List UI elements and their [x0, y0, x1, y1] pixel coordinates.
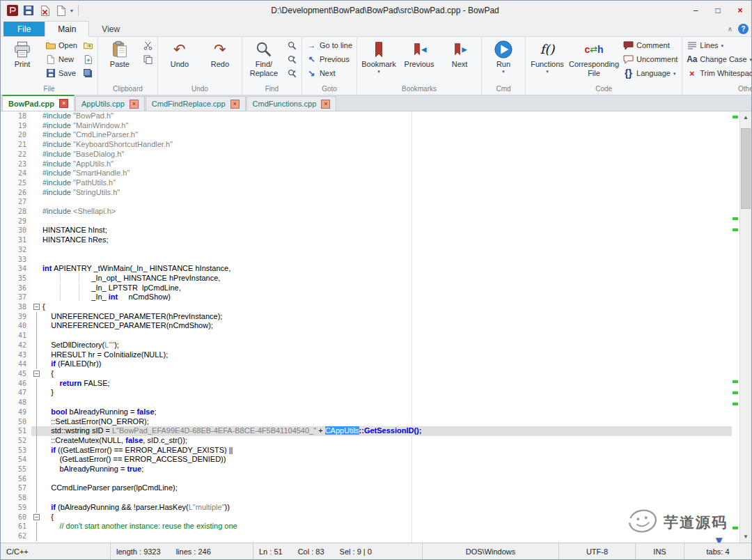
code-text[interactable]: if ((GetLastError() == ERROR_ALREADY_EXI… — [42, 446, 732, 456]
code-text[interactable]: { — [42, 302, 732, 312]
line-number[interactable]: 54 — [1, 455, 31, 465]
code-text[interactable] — [42, 197, 732, 207]
line-number[interactable]: 52 — [1, 436, 31, 446]
file-tab[interactable]: CmdFunctions.cpp× — [246, 96, 337, 111]
code-line[interactable]: 21#include "KeyboardShortcutHandler.h" — [1, 140, 732, 150]
fold-collapse-icon[interactable]: − — [33, 371, 40, 377]
line-number[interactable]: 40 — [1, 321, 31, 331]
code-text[interactable] — [42, 474, 732, 484]
code-line[interactable]: 24#include "SmartHandle.h" — [1, 169, 732, 178]
line-number[interactable]: 58 — [1, 493, 31, 503]
line-number[interactable]: 51 — [1, 426, 31, 436]
fold-collapse-icon[interactable]: − — [33, 514, 40, 520]
file-tab[interactable]: AppUtils.cpp× — [75, 96, 145, 111]
code-line[interactable]: 28#include <Shellapi.h> — [1, 207, 732, 217]
line-number[interactable]: 28 — [1, 207, 31, 217]
open-recent-button[interactable] — [81, 39, 95, 52]
code-line[interactable]: 45− { — [1, 369, 732, 379]
code-line[interactable]: 27 — [1, 197, 732, 207]
code-line[interactable]: 51 std::wstring sID = L"BowPad_EFA99E4D-… — [1, 426, 732, 436]
code-text[interactable]: UNREFERENCED_PARAMETER(hPrevInstance); — [42, 312, 732, 322]
scroll-down-icon[interactable]: ▼ — [740, 531, 751, 543]
line-number[interactable]: 22 — [1, 150, 31, 160]
new-button[interactable]: New — [43, 53, 79, 65]
collapse-ribbon-icon[interactable]: ∧ — [728, 25, 733, 33]
code-text[interactable]: if (FAILED(hr)) — [42, 359, 732, 369]
status-encoding[interactable]: UTF-8 — [559, 543, 636, 559]
code-line[interactable]: 50 ::SetLastError(NO_ERROR); — [1, 417, 732, 427]
code-line[interactable]: 30HINSTANCE hInst; — [1, 226, 732, 235]
line-number[interactable]: 56 — [1, 474, 31, 484]
line-number[interactable]: 36 — [1, 283, 31, 293]
code-line[interactable]: 38−{ — [1, 302, 732, 312]
status-eol-format[interactable]: DOS\Windows — [423, 543, 559, 559]
code-text[interactable] — [42, 398, 732, 407]
code-text[interactable]: CCmdLineParser parser(lpCmdLine); — [42, 483, 732, 493]
line-number[interactable]: 50 — [1, 417, 31, 427]
code-text[interactable]: bool bAlreadyRunning = false; — [42, 407, 732, 417]
code-line[interactable]: 20#include "CmdLineParser.h" — [1, 130, 732, 140]
line-number[interactable]: 33 — [1, 255, 31, 265]
line-number[interactable]: 26 — [1, 188, 31, 198]
code-line[interactable]: 31HINSTANCE hRes; — [1, 235, 732, 245]
code-text[interactable]: #include "MainWindow.h" — [42, 121, 732, 131]
line-number[interactable]: 38 — [1, 302, 31, 312]
find-replace-button[interactable]: Find/ Replace — [244, 38, 283, 77]
line-number[interactable]: 32 — [1, 245, 31, 255]
line-number[interactable]: 45 — [1, 369, 31, 379]
fold-collapse-icon[interactable]: − — [33, 304, 40, 310]
code-text[interactable] — [42, 245, 732, 255]
code-text[interactable]: HINSTANCE hRes; — [42, 235, 732, 245]
scrollbar-thumb[interactable] — [741, 128, 751, 209]
code-line[interactable]: 56 — [1, 474, 732, 484]
line-number[interactable]: 55 — [1, 465, 31, 474]
tab-file[interactable]: File — [3, 22, 45, 36]
line-number[interactable]: 42 — [1, 341, 31, 350]
close-tab-icon[interactable]: × — [130, 100, 139, 109]
line-number[interactable]: 47 — [1, 388, 31, 398]
line-number[interactable]: 18 — [1, 111, 31, 121]
code-line[interactable]: 55 bAlreadyRunning = true; — [1, 465, 732, 474]
line-number[interactable]: 34 — [1, 264, 31, 274]
code-line[interactable]: 60− { — [1, 513, 732, 522]
file-tab[interactable]: CmdFindReplace.cpp× — [146, 96, 246, 111]
open-button[interactable]: Open — [43, 39, 79, 52]
code-line[interactable]: 52 ::CreateMutex(NULL, false, sID.c_str(… — [1, 436, 732, 446]
code-text[interactable]: _In_ int nCmdShow) — [42, 293, 732, 302]
code-line[interactable]: 32 — [1, 245, 732, 255]
file-tab[interactable]: BowPad.cpp× — [2, 95, 75, 111]
status-insert-mode[interactable]: INS — [636, 543, 684, 559]
code-line[interactable]: 41 — [1, 331, 732, 341]
goto-next-button[interactable]: ↘ Next — [304, 67, 354, 79]
code-text[interactable]: #include "CmdLineParser.h" — [42, 130, 732, 140]
code-text[interactable]: std::wstring sID = L"BowPad_EFA99E4D-68E… — [42, 426, 732, 436]
code-line[interactable]: 19#include "MainWindow.h" — [1, 121, 732, 131]
paste-button[interactable]: Paste — [100, 38, 139, 69]
code-text[interactable] — [42, 255, 732, 265]
code-line[interactable]: 59 if (bAlreadyRunning && !parser.HasKey… — [1, 503, 732, 513]
tab-view[interactable]: View — [89, 22, 132, 36]
code-line[interactable]: 43 HRESULT hr = CoInitialize(NULL); — [1, 350, 732, 360]
bookmark-previous-button[interactable]: ◀ Previous — [400, 38, 439, 69]
print-button[interactable]: Print — [3, 38, 42, 69]
copy-button[interactable] — [141, 53, 155, 65]
code-line[interactable]: 22#include "BaseDialog.h" — [1, 150, 732, 160]
code-text[interactable]: _In_ LPTSTR lpCmdLine, — [42, 283, 732, 293]
goto-line-button[interactable]: → Go to line — [304, 39, 354, 52]
code-text[interactable]: #include <Shellapi.h> — [42, 207, 732, 217]
line-number[interactable]: 39 — [1, 312, 31, 322]
bookmark-button[interactable]: Bookmark ▾ — [359, 38, 398, 74]
line-number[interactable]: 57 — [1, 483, 31, 493]
line-number[interactable]: 41 — [1, 331, 31, 341]
line-number[interactable]: 53 — [1, 446, 31, 456]
code-text[interactable] — [42, 331, 732, 341]
code-line[interactable]: 37 _In_ int nCmdShow) — [1, 293, 732, 302]
code-text[interactable]: ::SetLastError(NO_ERROR); — [42, 417, 732, 427]
close-tab-icon[interactable]: × — [59, 99, 68, 108]
code-line[interactable]: 49 bool bAlreadyRunning = false; — [1, 407, 732, 417]
line-number[interactable]: 60 — [1, 513, 31, 522]
line-number[interactable]: 59 — [1, 503, 31, 513]
run-button[interactable]: Run ▾ — [484, 38, 523, 74]
close-tab-icon[interactable]: × — [230, 100, 240, 109]
line-number[interactable]: 62 — [1, 531, 31, 541]
